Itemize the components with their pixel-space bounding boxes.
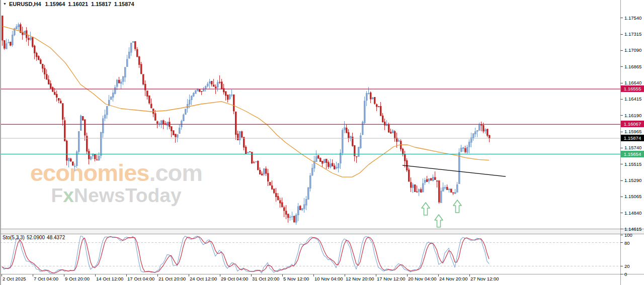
- symbol-dropdown-icon[interactable]: ▼: [3, 2, 7, 6]
- symbol-label: EURUSD,H4: [9, 1, 41, 7]
- time-tick-label: 24 Oct 12:00: [190, 276, 217, 281]
- ohlc-low: 1.15817: [91, 1, 111, 7]
- stochastic-name: Sto(5,3,3): [3, 235, 25, 240]
- ohlc-open: 1.15964: [45, 1, 65, 7]
- time-tick-label: 24 Nov 20:00: [439, 276, 468, 281]
- window-left-edge: [0, 0, 1, 285]
- price-tick-label: 1.15065: [624, 194, 641, 199]
- trading-chart-window: economies.com FxNewsToday ▼EURUSD,H41.15…: [0, 0, 644, 285]
- stochastic-label: Sto(5,3,3)52.090048.4372: [3, 235, 67, 240]
- price-tick-label: 1.14615: [624, 226, 641, 232]
- stoch-scale-label: 20: [624, 263, 630, 269]
- level-price-badge: 1.15654: [621, 151, 644, 157]
- ohlc-readout: ▼EURUSD,H41.159641.160211.158171.15874: [3, 1, 137, 7]
- level-price-badge: 1.16067: [621, 121, 644, 127]
- time-axis[interactable]: [0, 274, 620, 285]
- time-tick-label: 9 Oct 20:00: [65, 276, 90, 281]
- price-tick-label: 1.16865: [624, 64, 641, 69]
- ohlc-close: 1.15874: [114, 1, 134, 7]
- time-tick-label: 17 Oct 04:00: [127, 276, 154, 281]
- price-tick-label: 1.15515: [624, 161, 641, 167]
- time-tick-label: 5 Nov 12:00: [283, 276, 309, 281]
- time-tick-label: 21 Oct 20:00: [158, 276, 186, 281]
- time-tick-label: 2 Oct 2025: [3, 276, 26, 281]
- price-tick-label: 1.15740: [624, 145, 641, 150]
- time-tick-label: 27 Nov 12:00: [470, 276, 499, 281]
- stoch-scale-label: 100: [624, 232, 632, 238]
- time-tick-label: 10 Nov 04:00: [314, 276, 343, 281]
- level-price-badge: 1.16555: [621, 85, 644, 92]
- price-tick-label: 1.17315: [624, 31, 641, 37]
- price-tick-label: 1.16640: [624, 80, 641, 85]
- price-tick-label: 1.17090: [624, 47, 641, 53]
- stoch-k-line: [2, 236, 489, 274]
- time-tick-label: 12 Nov 20:00: [346, 276, 374, 281]
- price-tick-label: 1.14840: [624, 210, 641, 216]
- stochastic-value-d: 48.4372: [47, 235, 65, 240]
- stoch-scale-label: 0: [624, 271, 627, 277]
- ohlc-high: 1.16021: [68, 1, 88, 7]
- main-chart-pane[interactable]: [0, 0, 620, 229]
- price-tick-label: 1.16415: [624, 96, 641, 102]
- time-tick-label: 29 Oct 04:00: [221, 276, 248, 281]
- stochastic-value-k: 52.0900: [27, 235, 45, 240]
- price-tick-label: 1.15965: [624, 129, 641, 134]
- price-tick-label: 1.16190: [624, 113, 641, 118]
- time-tick-label: 20 Nov 04:00: [408, 276, 437, 281]
- time-tick-label: 31 Oct 20:00: [252, 276, 279, 281]
- price-tick-label: 1.15290: [624, 177, 641, 183]
- current-price-badge: 1.15874: [621, 135, 644, 141]
- price-tick-label: 1.17540: [624, 15, 641, 21]
- time-tick-label: 17 Nov 12:00: [377, 276, 406, 281]
- stoch-scale-label: 80: [624, 240, 630, 246]
- time-tick-label: 14 Oct 12:00: [96, 276, 123, 281]
- time-tick-label: 7 Oct 04:00: [34, 276, 58, 281]
